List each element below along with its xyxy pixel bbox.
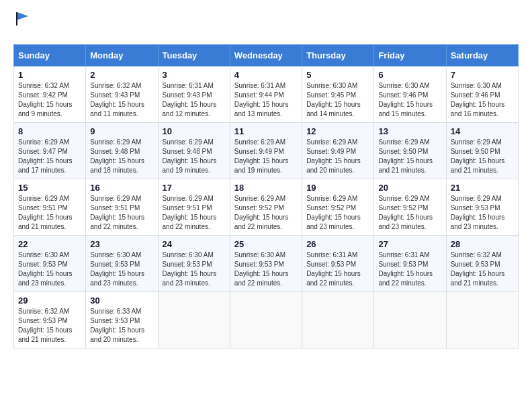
day-number: 6 [378,70,441,80]
day-info: Sunrise: 6:29 AMSunset: 9:47 PMDaylight:… [18,138,81,175]
calendar-day-cell: 30Sunrise: 6:33 AMSunset: 9:53 PMDayligh… [86,292,158,349]
calendar-day-cell: 20Sunrise: 6:29 AMSunset: 9:52 PMDayligh… [374,179,446,236]
day-info: Sunrise: 6:29 AMSunset: 9:51 PMDaylight:… [18,194,81,232]
day-info: Sunrise: 6:33 AMSunset: 9:53 PMDaylight:… [90,307,153,345]
day-info: Sunrise: 6:29 AMSunset: 9:52 PMDaylight:… [378,194,441,232]
day-info: Sunrise: 6:29 AMSunset: 9:51 PMDaylight:… [90,194,153,232]
calendar-day-cell: 7Sunrise: 6:30 AMSunset: 9:46 PMDaylight… [446,66,518,123]
day-number: 7 [451,70,514,80]
calendar-day-cell: 10Sunrise: 6:29 AMSunset: 9:48 PMDayligh… [158,123,230,179]
calendar-day-cell: 1Sunrise: 6:32 AMSunset: 9:42 PMDaylight… [14,66,86,123]
logo [13,13,31,34]
day-number: 26 [306,239,369,249]
day-number: 1 [18,70,81,80]
calendar-header-saturday: Saturday [446,45,518,66]
day-number: 24 [163,239,226,249]
day-number: 29 [18,295,81,306]
day-number: 27 [378,239,441,249]
calendar-day-cell [374,292,446,349]
calendar-day-cell: 23Sunrise: 6:30 AMSunset: 9:53 PMDayligh… [86,236,158,292]
day-info: Sunrise: 6:30 AMSunset: 9:46 PMDaylight:… [451,81,514,119]
calendar-day-cell: 17Sunrise: 6:29 AMSunset: 9:51 PMDayligh… [158,179,230,236]
calendar-day-cell: 18Sunrise: 6:29 AMSunset: 9:52 PMDayligh… [230,179,302,236]
day-number: 28 [451,239,514,249]
day-info: Sunrise: 6:29 AMSunset: 9:53 PMDaylight:… [451,194,514,232]
day-number: 2 [90,70,153,80]
day-number: 14 [451,126,514,136]
day-number: 30 [90,295,153,306]
calendar-day-cell: 27Sunrise: 6:31 AMSunset: 9:53 PMDayligh… [374,236,446,292]
calendar-day-cell [446,292,518,349]
day-number: 21 [451,183,514,193]
day-info: Sunrise: 6:30 AMSunset: 9:53 PMDaylight:… [18,250,81,288]
day-info: Sunrise: 6:31 AMSunset: 9:53 PMDaylight:… [378,250,441,288]
day-info: Sunrise: 6:29 AMSunset: 9:49 PMDaylight:… [306,138,369,175]
day-info: Sunrise: 6:29 AMSunset: 9:48 PMDaylight:… [90,138,153,175]
day-info: Sunrise: 6:29 AMSunset: 9:50 PMDaylight:… [451,138,514,175]
calendar-week-row: 8Sunrise: 6:29 AMSunset: 9:47 PMDaylight… [14,123,519,179]
day-number: 12 [306,126,369,136]
header [13,13,519,34]
day-info: Sunrise: 6:31 AMSunset: 9:44 PMDaylight:… [234,81,298,119]
calendar-day-cell: 26Sunrise: 6:31 AMSunset: 9:53 PMDayligh… [302,236,374,292]
day-info: Sunrise: 6:29 AMSunset: 9:52 PMDaylight:… [234,194,298,232]
day-number: 15 [18,183,81,193]
calendar-header-friday: Friday [374,45,446,66]
day-info: Sunrise: 6:29 AMSunset: 9:51 PMDaylight:… [163,194,226,232]
day-number: 10 [163,126,226,136]
calendar-day-cell: 25Sunrise: 6:30 AMSunset: 9:53 PMDayligh… [230,236,302,292]
day-number: 17 [163,183,226,193]
day-info: Sunrise: 6:32 AMSunset: 9:53 PMDaylight:… [18,307,81,345]
day-number: 22 [18,239,81,249]
day-number: 13 [378,126,441,136]
calendar-body: 1Sunrise: 6:32 AMSunset: 9:42 PMDaylight… [14,66,519,349]
calendar-day-cell: 16Sunrise: 6:29 AMSunset: 9:51 PMDayligh… [86,179,158,236]
calendar-day-cell: 22Sunrise: 6:30 AMSunset: 9:53 PMDayligh… [14,236,86,292]
calendar-day-cell: 11Sunrise: 6:29 AMSunset: 9:49 PMDayligh… [230,123,302,179]
svg-marker-0 [17,12,28,20]
logo-flag-icon [15,11,31,27]
calendar-header-monday: Monday [86,45,158,66]
day-number: 18 [234,183,298,193]
day-info: Sunrise: 6:31 AMSunset: 9:43 PMDaylight:… [163,81,226,119]
day-number: 5 [306,70,369,80]
day-info: Sunrise: 6:30 AMSunset: 9:53 PMDaylight:… [234,250,298,288]
calendar-week-row: 15Sunrise: 6:29 AMSunset: 9:51 PMDayligh… [14,179,519,236]
calendar-week-row: 29Sunrise: 6:32 AMSunset: 9:53 PMDayligh… [14,292,519,349]
calendar-day-cell: 9Sunrise: 6:29 AMSunset: 9:48 PMDaylight… [86,123,158,179]
day-number: 16 [90,183,153,193]
calendar-day-cell: 12Sunrise: 6:29 AMSunset: 9:49 PMDayligh… [302,123,374,179]
calendar-day-cell [230,292,302,349]
calendar-day-cell: 5Sunrise: 6:30 AMSunset: 9:45 PMDaylight… [302,66,374,123]
day-info: Sunrise: 6:30 AMSunset: 9:46 PMDaylight:… [378,81,441,119]
calendar-header-sunday: Sunday [14,45,86,66]
calendar-week-row: 22Sunrise: 6:30 AMSunset: 9:53 PMDayligh… [14,236,519,292]
calendar-day-cell: 15Sunrise: 6:29 AMSunset: 9:51 PMDayligh… [14,179,86,236]
day-info: Sunrise: 6:32 AMSunset: 9:53 PMDaylight:… [451,250,514,288]
calendar-header-tuesday: Tuesday [158,45,230,66]
calendar-day-cell [158,292,230,349]
calendar-day-cell: 13Sunrise: 6:29 AMSunset: 9:50 PMDayligh… [374,123,446,179]
calendar-day-cell: 14Sunrise: 6:29 AMSunset: 9:50 PMDayligh… [446,123,518,179]
calendar-day-cell: 8Sunrise: 6:29 AMSunset: 9:47 PMDaylight… [14,123,86,179]
day-number: 4 [234,70,298,80]
day-info: Sunrise: 6:30 AMSunset: 9:45 PMDaylight:… [306,81,369,119]
day-number: 25 [234,239,298,249]
day-number: 19 [306,183,369,193]
calendar-day-cell: 6Sunrise: 6:30 AMSunset: 9:46 PMDaylight… [374,66,446,123]
day-number: 11 [234,126,298,136]
calendar-day-cell: 29Sunrise: 6:32 AMSunset: 9:53 PMDayligh… [14,292,86,349]
day-info: Sunrise: 6:29 AMSunset: 9:50 PMDaylight:… [378,138,441,175]
day-number: 20 [378,183,441,193]
day-info: Sunrise: 6:30 AMSunset: 9:53 PMDaylight:… [90,250,153,288]
day-number: 9 [90,126,153,136]
day-info: Sunrise: 6:32 AMSunset: 9:42 PMDaylight:… [18,81,81,119]
day-number: 8 [18,126,81,136]
day-info: Sunrise: 6:30 AMSunset: 9:53 PMDaylight:… [163,250,226,288]
calendar-day-cell: 28Sunrise: 6:32 AMSunset: 9:53 PMDayligh… [446,236,518,292]
calendar-day-cell: 24Sunrise: 6:30 AMSunset: 9:53 PMDayligh… [158,236,230,292]
calendar-day-cell: 3Sunrise: 6:31 AMSunset: 9:43 PMDaylight… [158,66,230,123]
day-info: Sunrise: 6:29 AMSunset: 9:49 PMDaylight:… [234,138,298,175]
calendar-day-cell: 2Sunrise: 6:32 AMSunset: 9:43 PMDaylight… [86,66,158,123]
calendar-header-wednesday: Wednesday [230,45,302,66]
